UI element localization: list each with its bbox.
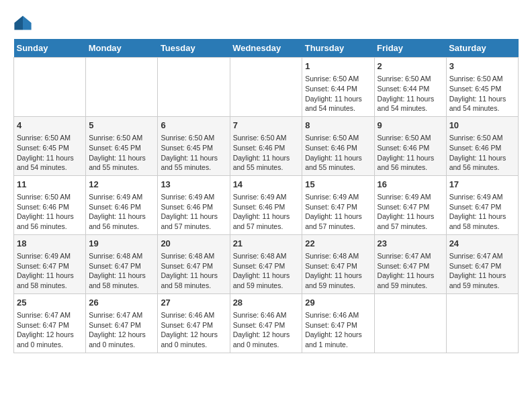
calendar-table: SundayMondayTuesdayWednesdayThursdayFrid… [13,39,519,353]
calendar-cell: 6Sunrise: 6:50 AM Sunset: 6:45 PM Daylig… [158,116,230,175]
day-info: Sunrise: 6:48 AM Sunset: 6:47 PM Dayligh… [305,251,371,291]
day-number: 15 [305,179,371,191]
day-number: 10 [449,120,515,132]
day-info: Sunrise: 6:49 AM Sunset: 6:46 PM Dayligh… [89,192,154,232]
day-number: 25 [17,297,83,309]
day-info: Sunrise: 6:50 AM Sunset: 6:44 PM Dayligh… [378,74,443,113]
day-info: Sunrise: 6:50 AM Sunset: 6:45 PM Dayligh… [449,74,515,113]
calendar-cell: 2Sunrise: 6:50 AM Sunset: 6:44 PM Daylig… [374,58,446,117]
day-number: 4 [17,120,83,132]
calendar-cell [14,58,86,117]
page-header [13,13,519,32]
day-number: 2 [378,60,443,73]
calendar-cell: 9Sunrise: 6:50 AM Sunset: 6:46 PM Daylig… [374,116,446,175]
day-number: 7 [233,120,300,132]
day-info: Sunrise: 6:49 AM Sunset: 6:47 PM Dayligh… [378,192,443,232]
day-info: Sunrise: 6:47 AM Sunset: 6:47 PM Dayligh… [378,251,443,291]
day-info: Sunrise: 6:50 AM Sunset: 6:46 PM Dayligh… [17,192,83,232]
day-info: Sunrise: 6:46 AM Sunset: 6:47 PM Dayligh… [161,310,226,350]
day-info: Sunrise: 6:50 AM Sunset: 6:45 PM Dayligh… [17,133,83,173]
day-number: 14 [233,179,300,191]
day-number: 6 [161,120,226,132]
day-number: 9 [378,120,443,132]
day-number: 17 [449,179,515,191]
day-number: 24 [449,238,515,250]
day-number: 8 [305,120,371,132]
svg-marker-0 [23,16,32,24]
svg-marker-2 [14,16,23,30]
day-info: Sunrise: 6:50 AM Sunset: 6:46 PM Dayligh… [233,133,300,173]
day-of-week-header: Friday [374,39,446,58]
calendar-header-row: SundayMondayTuesdayWednesdayThursdayFrid… [14,39,519,58]
day-of-week-header: Thursday [302,39,374,58]
calendar-week-row: 25Sunrise: 6:47 AM Sunset: 6:47 PM Dayli… [14,293,519,353]
day-info: Sunrise: 6:49 AM Sunset: 6:46 PM Dayligh… [161,192,226,232]
calendar-cell: 15Sunrise: 6:49 AM Sunset: 6:47 PM Dayli… [302,175,374,234]
day-info: Sunrise: 6:49 AM Sunset: 6:47 PM Dayligh… [449,192,515,232]
day-number: 13 [161,179,226,191]
day-info: Sunrise: 6:49 AM Sunset: 6:47 PM Dayligh… [305,192,371,232]
calendar-cell: 18Sunrise: 6:49 AM Sunset: 6:47 PM Dayli… [14,234,86,293]
calendar-week-row: 18Sunrise: 6:49 AM Sunset: 6:47 PM Dayli… [14,234,519,293]
day-number: 12 [89,179,154,191]
calendar-cell: 5Sunrise: 6:50 AM Sunset: 6:45 PM Daylig… [86,116,158,175]
calendar-week-row: 1Sunrise: 6:50 AM Sunset: 6:44 PM Daylig… [14,58,519,117]
calendar-cell: 28Sunrise: 6:46 AM Sunset: 6:47 PM Dayli… [230,293,302,353]
day-number: 3 [449,60,515,73]
logo [13,13,35,32]
day-number: 23 [378,238,443,250]
calendar-cell: 20Sunrise: 6:48 AM Sunset: 6:47 PM Dayli… [158,234,230,293]
calendar-week-row: 11Sunrise: 6:50 AM Sunset: 6:46 PM Dayli… [14,175,519,234]
calendar-cell: 17Sunrise: 6:49 AM Sunset: 6:47 PM Dayli… [446,175,518,234]
day-of-week-header: Wednesday [230,39,302,58]
calendar-cell: 7Sunrise: 6:50 AM Sunset: 6:46 PM Daylig… [230,116,302,175]
day-info: Sunrise: 6:47 AM Sunset: 6:47 PM Dayligh… [17,310,83,350]
day-info: Sunrise: 6:46 AM Sunset: 6:47 PM Dayligh… [233,310,300,350]
day-number: 1 [305,60,371,73]
day-info: Sunrise: 6:48 AM Sunset: 6:47 PM Dayligh… [161,251,226,291]
day-number: 27 [161,297,226,309]
day-info: Sunrise: 6:49 AM Sunset: 6:46 PM Dayligh… [233,192,300,232]
calendar-cell: 14Sunrise: 6:49 AM Sunset: 6:46 PM Dayli… [230,175,302,234]
calendar-cell: 23Sunrise: 6:47 AM Sunset: 6:47 PM Dayli… [374,234,446,293]
day-number: 28 [233,297,300,309]
day-of-week-header: Tuesday [158,39,230,58]
calendar-cell: 19Sunrise: 6:48 AM Sunset: 6:47 PM Dayli… [86,234,158,293]
calendar-cell [230,58,302,117]
calendar-cell: 12Sunrise: 6:49 AM Sunset: 6:46 PM Dayli… [86,175,158,234]
calendar-week-row: 4Sunrise: 6:50 AM Sunset: 6:45 PM Daylig… [14,116,519,175]
day-info: Sunrise: 6:50 AM Sunset: 6:46 PM Dayligh… [305,133,371,173]
calendar-cell: 26Sunrise: 6:47 AM Sunset: 6:47 PM Dayli… [86,293,158,353]
day-info: Sunrise: 6:50 AM Sunset: 6:45 PM Dayligh… [89,133,154,173]
day-info: Sunrise: 6:50 AM Sunset: 6:46 PM Dayligh… [378,133,443,173]
day-number: 19 [89,238,154,250]
day-number: 11 [17,179,83,191]
calendar-cell: 10Sunrise: 6:50 AM Sunset: 6:46 PM Dayli… [446,116,518,175]
day-number: 18 [17,238,83,250]
calendar-cell: 27Sunrise: 6:46 AM Sunset: 6:47 PM Dayli… [158,293,230,353]
calendar-cell [446,293,518,353]
calendar-cell: 4Sunrise: 6:50 AM Sunset: 6:45 PM Daylig… [14,116,86,175]
day-number: 16 [378,179,443,191]
day-info: Sunrise: 6:50 AM Sunset: 6:44 PM Dayligh… [305,74,371,113]
calendar-cell: 11Sunrise: 6:50 AM Sunset: 6:46 PM Dayli… [14,175,86,234]
calendar-cell: 13Sunrise: 6:49 AM Sunset: 6:46 PM Dayli… [158,175,230,234]
day-of-week-header: Saturday [446,39,518,58]
day-number: 20 [161,238,226,250]
svg-marker-1 [23,23,32,30]
day-of-week-header: Monday [86,39,158,58]
calendar-cell [158,58,230,117]
day-info: Sunrise: 6:49 AM Sunset: 6:47 PM Dayligh… [17,251,83,291]
day-info: Sunrise: 6:50 AM Sunset: 6:45 PM Dayligh… [161,133,226,173]
calendar-cell [374,293,446,353]
day-number: 22 [305,238,371,250]
calendar-cell: 25Sunrise: 6:47 AM Sunset: 6:47 PM Dayli… [14,293,86,353]
day-info: Sunrise: 6:47 AM Sunset: 6:47 PM Dayligh… [89,310,154,350]
calendar-cell: 24Sunrise: 6:47 AM Sunset: 6:47 PM Dayli… [446,234,518,293]
calendar-cell: 29Sunrise: 6:46 AM Sunset: 6:47 PM Dayli… [302,293,374,353]
day-of-week-header: Sunday [14,39,86,58]
day-info: Sunrise: 6:46 AM Sunset: 6:47 PM Dayligh… [305,310,371,350]
calendar-cell: 22Sunrise: 6:48 AM Sunset: 6:47 PM Dayli… [302,234,374,293]
day-info: Sunrise: 6:50 AM Sunset: 6:46 PM Dayligh… [449,133,515,173]
day-info: Sunrise: 6:48 AM Sunset: 6:47 PM Dayligh… [233,251,300,291]
